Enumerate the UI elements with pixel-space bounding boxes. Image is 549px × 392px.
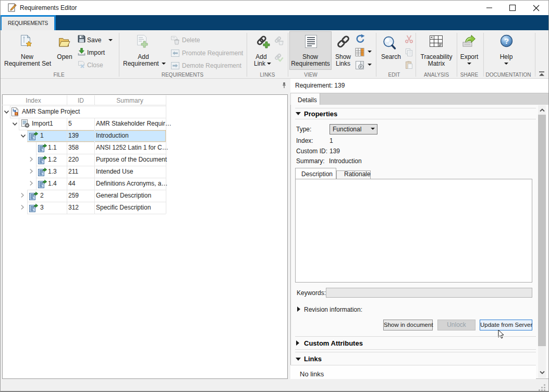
svg-text:?: ? <box>504 36 509 45</box>
